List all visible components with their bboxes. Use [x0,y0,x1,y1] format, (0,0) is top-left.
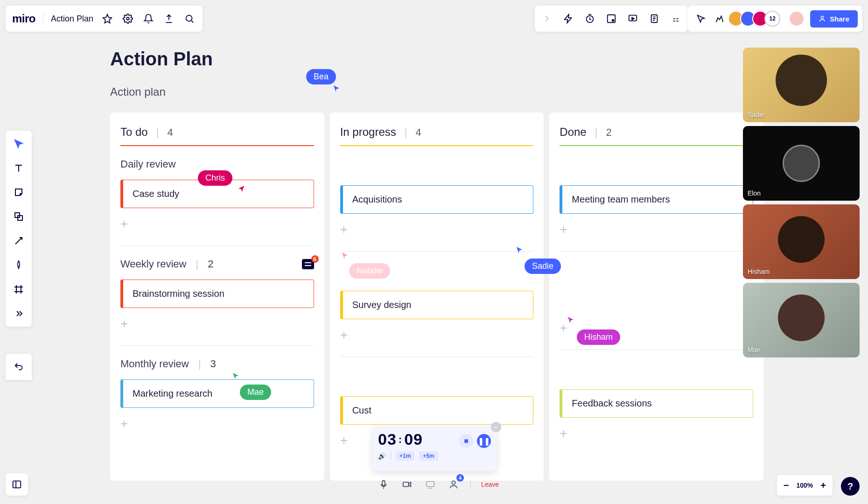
search-icon[interactable] [183,12,196,25]
select-tool[interactable] [10,135,27,152]
card[interactable]: Brainstorming session [120,280,314,308]
logo[interactable]: miro [12,12,35,25]
svg-point-4 [612,20,614,21]
cursor-hisham: Hisham [577,329,620,345]
bell-icon[interactable] [142,12,155,25]
share-label: Share [830,15,849,23]
screenshare-icon[interactable] [424,478,437,491]
column-rule [120,145,314,146]
divider [43,12,43,25]
column-rule [340,145,534,146]
export-icon[interactable] [162,12,175,25]
cursor-chris: Chris [198,170,232,186]
panel-toggle[interactable] [6,473,28,496]
svg-rect-12 [403,482,409,486]
timer-icon[interactable] [583,12,596,25]
column-count: 4 [415,126,421,139]
estimate-icon[interactable] [605,12,618,25]
add-card-button[interactable]: + [120,316,314,331]
card[interactable]: Feedback sessions [560,389,753,418]
add-card-button[interactable]: + [560,426,753,441]
video-tile[interactable]: Hisham [743,204,860,279]
timer-plus-1m[interactable]: +1m [396,451,414,461]
column-title: Done [560,126,586,139]
video-panel: Sadie Elon Hisham Mae [743,48,860,357]
zoom-in[interactable]: + [820,480,826,491]
svg-rect-13 [427,482,434,487]
comments-badge[interactable]: 6 [302,259,314,269]
kanban-columns: To do | 4 Daily review Case study + Week… [110,112,763,481]
svg-rect-3 [608,15,616,23]
cursor-bea: Bea [306,69,336,84]
cursor-natalie: Natalie [349,263,390,279]
sound-icon[interactable]: 🔊 [378,452,386,460]
column-rule [560,145,753,146]
board-subtitle: Action plan [110,85,763,98]
more-tools[interactable] [10,305,27,322]
video-tile[interactable]: Mae [743,283,860,357]
card[interactable]: Meeting team members [560,185,753,214]
card[interactable]: Acquisitions [340,185,534,214]
column-count: 4 [167,126,173,139]
sticky-tool[interactable] [10,184,27,201]
svg-point-14 [452,481,455,484]
star-icon[interactable] [101,12,114,25]
topbar-right: 12 Share [688,6,862,32]
zoom-out[interactable]: − [784,480,789,491]
avatar-count[interactable]: 12 [764,11,780,27]
left-toolbar [6,131,32,327]
board-name[interactable]: Action Plan [51,14,93,24]
more-icon[interactable]: ⚏ [669,12,682,25]
timer-plus-5m[interactable]: +5m [419,451,438,461]
frame-tool[interactable] [10,281,27,298]
column-title: To do [120,126,148,139]
leave-button[interactable]: Leave [481,481,499,488]
add-card-button[interactable]: + [560,222,753,237]
add-card-button[interactable]: + [120,416,314,431]
svg-point-0 [126,17,129,20]
timer-pause[interactable]: ❚❚ [477,434,491,448]
facilitator-avatar[interactable] [789,11,805,27]
share-button[interactable]: Share [810,10,858,28]
pen-tool[interactable] [10,257,27,273]
present-icon[interactable] [626,12,639,25]
camera-icon[interactable] [400,478,413,491]
section-header: Weekly review | 2 6 [120,258,314,270]
section-header: Monthly review | 3 [120,358,314,370]
column-inprogress[interactable]: In progress | 4 Acquisitions + Survey de… [330,112,544,481]
chevron-right-icon[interactable] [540,12,553,25]
mic-icon[interactable] [377,478,390,491]
cursor-sadie: Sadie [525,259,561,274]
notes-icon[interactable] [648,12,661,25]
presence-avatars[interactable]: 12 [732,11,780,27]
video-tile[interactable]: Sadie [743,48,860,122]
card[interactable]: Cust [340,396,534,425]
cursor-mae: Mae [240,385,271,400]
line-tool[interactable] [10,232,27,249]
cursor-tool-icon[interactable] [694,12,707,25]
zoom-level[interactable]: 100% [797,482,813,489]
zoom-controls: − 100% + [777,475,833,496]
video-tile[interactable]: Elon [743,126,860,201]
shape-tool[interactable] [10,208,27,225]
settings-icon[interactable] [121,12,134,25]
reactions-icon[interactable] [713,12,726,25]
help-button[interactable]: ? [841,477,860,496]
add-card-button[interactable]: + [120,217,314,231]
board: Action Plan Action plan To do | 4 Daily … [110,49,763,481]
participants-icon[interactable]: 4 [447,478,460,491]
text-tool[interactable] [10,160,27,176]
timer-close[interactable]: – [491,422,501,432]
undo-button[interactable] [6,354,32,380]
card[interactable]: Marketing research [120,379,314,408]
add-card-button[interactable]: + [340,328,534,343]
timer-widget[interactable]: – 03:09 ■ ❚❚ 🔊 +1m +5m [372,427,497,471]
timer-stop[interactable]: ■ [459,434,473,448]
column-done[interactable]: Done | 2 Meeting team members + + Feedba… [549,112,763,481]
add-card-button[interactable]: + [340,222,534,237]
column-todo[interactable]: To do | 4 Daily review Case study + Week… [110,112,324,481]
bolt-icon[interactable] [562,12,575,25]
svg-rect-10 [13,481,21,488]
svg-point-7 [821,16,824,19]
card[interactable]: Survey design [340,291,534,319]
